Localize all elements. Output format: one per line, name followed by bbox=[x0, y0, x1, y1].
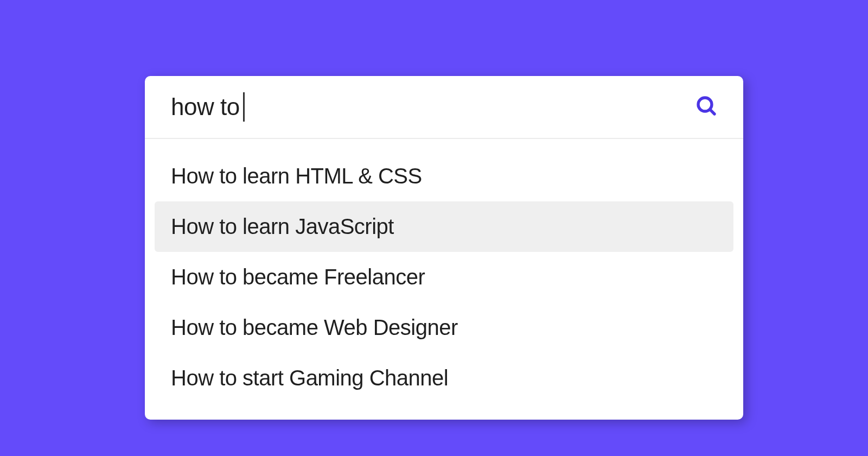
suggestion-label: How to learn JavaScript bbox=[171, 214, 394, 238]
svg-line-1 bbox=[710, 110, 714, 114]
search-icon[interactable] bbox=[695, 95, 717, 119]
suggestion-item[interactable]: How to became Web Designer bbox=[145, 302, 743, 353]
suggestion-item[interactable]: How to learn JavaScript bbox=[155, 201, 733, 252]
suggestion-label: How to learn HTML & CSS bbox=[171, 164, 422, 188]
search-query-text: how to bbox=[171, 93, 240, 121]
suggestion-label: How to became Web Designer bbox=[171, 315, 458, 339]
suggestion-item[interactable]: How to learn HTML & CSS bbox=[145, 151, 743, 201]
text-cursor bbox=[243, 92, 245, 122]
suggestion-item[interactable]: How to start Gaming Channel bbox=[145, 353, 743, 403]
search-bar: how to bbox=[145, 76, 743, 139]
suggestions-list: How to learn HTML & CSS How to learn Jav… bbox=[145, 139, 743, 420]
search-input[interactable]: how to bbox=[171, 92, 695, 122]
search-autocomplete-box: how to How to learn HTML & CSS How to le… bbox=[145, 76, 743, 420]
suggestion-item[interactable]: How to became Freelancer bbox=[145, 252, 743, 302]
suggestion-label: How to became Freelancer bbox=[171, 265, 425, 289]
suggestion-label: How to start Gaming Channel bbox=[171, 366, 448, 390]
